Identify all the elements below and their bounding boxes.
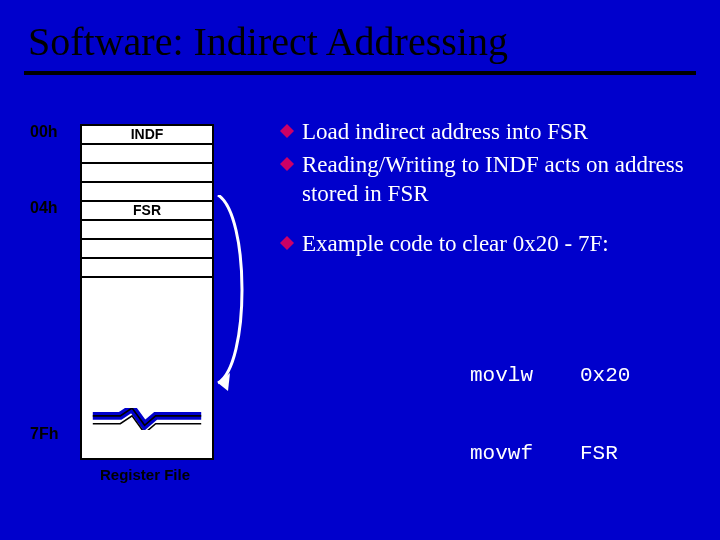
reg-row (82, 145, 212, 164)
register-file-label: Register File (80, 466, 210, 483)
fsr-points-arrow-icon (210, 195, 260, 405)
code-line: movlw0x20 (360, 363, 643, 389)
page-break-icon (78, 408, 216, 430)
content-area: 00h 04h 7Fh INDF FSR Register File (0, 100, 720, 530)
bullet-text: Load indirect address into FSR (302, 118, 700, 147)
bullet-marker-icon (280, 157, 294, 171)
svg-marker-1 (280, 124, 294, 138)
register-rows: INDF FSR (80, 124, 214, 460)
svg-marker-3 (280, 236, 294, 250)
reg-row (82, 240, 212, 259)
code-line (360, 520, 643, 540)
addr-00h: 00h (30, 123, 80, 141)
code-line: movwfFSR (360, 441, 643, 467)
bullet-list: Load indirect address into FSR Reading/W… (280, 118, 700, 263)
bullet-text: Reading/Writing to INDF acts on address … (302, 151, 700, 209)
bullet-marker-icon (280, 124, 294, 138)
reg-row (82, 183, 212, 202)
page-title: Software: Indirect Addressing (0, 0, 720, 69)
svg-marker-2 (280, 157, 294, 171)
bullet-text: Example code to clear 0x20 - 7F: (302, 230, 700, 259)
register-file-diagram: INDF FSR Register File (80, 124, 210, 483)
addr-7fh: 7Fh (30, 425, 80, 443)
reg-row-body (82, 278, 212, 458)
reg-row (82, 259, 212, 278)
bullet-item: Example code to clear 0x20 - 7F: (280, 230, 700, 259)
addr-04h: 04h (30, 199, 80, 217)
bullet-marker-icon (280, 236, 294, 250)
svg-marker-0 (218, 373, 230, 391)
code-block: movlw0x20 movwfFSR loopclrfINDF incfFSR,… (360, 310, 643, 540)
bullet-item: Load indirect address into FSR (280, 118, 700, 147)
title-underline (24, 71, 696, 75)
reg-row-indf: INDF (82, 126, 212, 145)
bullet-item: Reading/Writing to INDF acts on address … (280, 151, 700, 209)
reg-row-fsr: FSR (82, 202, 212, 221)
reg-row (82, 164, 212, 183)
reg-row (82, 221, 212, 240)
